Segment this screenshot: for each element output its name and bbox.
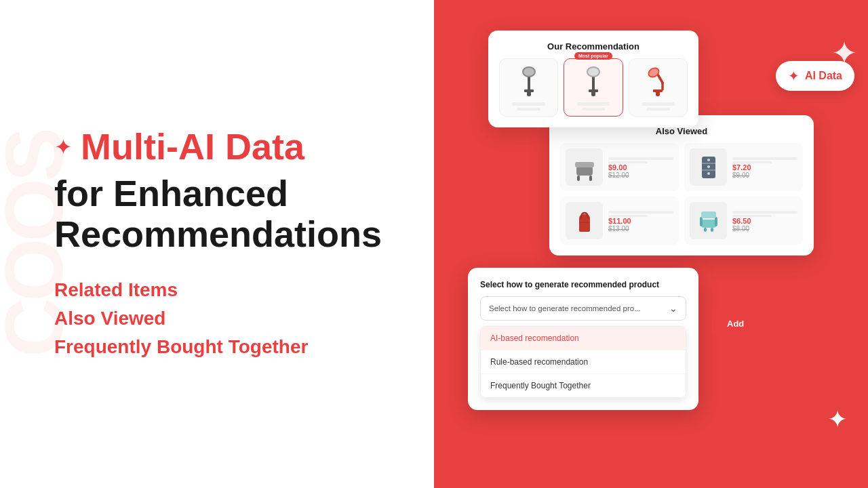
av-price-cabinet: $7.20 <box>732 163 797 171</box>
spark-icon: ✦ <box>54 134 73 160</box>
feature-item-1: Related Items <box>54 276 393 304</box>
svg-point-23 <box>707 159 710 161</box>
recommendation-card: Our Recommendation <box>488 30 698 127</box>
dropdown-option-rule[interactable]: Rule-based recomendation <box>481 350 686 374</box>
rec-item-1 <box>499 58 558 117</box>
av-price-armchair: $6.50 <box>732 217 797 225</box>
av-img-chair <box>566 148 603 186</box>
heading-row: ✦ Multi-AI Data <box>54 127 393 167</box>
av-img-armchair <box>690 202 727 239</box>
av-bar-bag-1 <box>608 211 673 214</box>
dropdown-label: Select how to generate recommended produ… <box>480 280 686 289</box>
chevron-down-icon: ⌄ <box>669 303 677 314</box>
av-price-chair: $9.00 <box>608 163 673 171</box>
av-img-bag <box>566 202 603 239</box>
dropdown-option-ai[interactable]: AI-based recomendation <box>481 327 686 350</box>
price-bar-short-1 <box>517 108 540 110</box>
av-item-info-chair: $9.00 $12.00 <box>608 155 673 179</box>
svg-rect-11 <box>653 89 663 92</box>
av-item-bag: $11.00 $13.00 <box>560 197 679 245</box>
lamp-icon-2 <box>576 64 610 98</box>
feature-item-3: Frequently Bought Together <box>54 333 393 361</box>
av-price-old-bag: $13.00 <box>608 225 673 232</box>
bottom-sparkle-icon: ✦ <box>827 405 848 434</box>
main-title-black: for Enhanced Recommendations <box>54 174 393 254</box>
add-button[interactable]: Add <box>712 312 759 336</box>
av-img-cabinet <box>690 148 727 186</box>
svg-rect-16 <box>576 166 593 176</box>
av-price-old-chair: $12.00 <box>608 171 673 179</box>
svg-rect-31 <box>704 228 707 232</box>
price-bar-3 <box>642 102 675 106</box>
svg-point-4 <box>524 68 534 76</box>
dropdown-panel: Select how to generate recommended produ… <box>468 268 698 410</box>
ai-bubble-text: AI Data <box>805 70 842 82</box>
dropdown-options: AI-based recomendation Rule-based recome… <box>480 326 686 398</box>
av-bar-armchair-1 <box>732 211 797 214</box>
svg-rect-17 <box>575 162 594 167</box>
dropdown-select[interactable]: Select how to generate recommended pro..… <box>480 296 686 321</box>
rec-item-3 <box>629 58 688 117</box>
page-wrapper: COOS ✦ Multi-AI Data for Enhanced Recomm… <box>0 0 868 488</box>
svg-rect-27 <box>701 220 716 228</box>
price-bar-2 <box>577 102 610 106</box>
also-viewed-card: Also Viewed $9.00 <box>549 115 814 256</box>
right-section: ✦ AI Data Our Recommendation <box>434 0 868 488</box>
av-item-armchair: $6.50 $8.00 <box>684 197 803 245</box>
av-item-info-bag: $11.00 $13.00 <box>608 209 673 232</box>
feature-list: Related Items Also Viewed Frequently Bou… <box>54 276 393 361</box>
av-item-chair: $9.00 $12.00 <box>560 143 679 191</box>
av-bar-chair-1 <box>608 157 673 160</box>
lamp-icon-3 <box>641 64 675 98</box>
feature-item-2: Also Viewed <box>54 304 393 333</box>
av-price-bag: $11.00 <box>608 217 673 225</box>
av-item-info-cabinet: $7.20 $9.00 <box>732 155 797 179</box>
price-bar-1 <box>512 102 545 106</box>
price-bar-short-3 <box>646 108 670 110</box>
svg-rect-30 <box>701 211 716 218</box>
main-title-colored: Multi-AI Data <box>81 127 304 167</box>
most-popular-badge: Most popular <box>574 52 612 60</box>
av-price-old-cabinet: $9.00 <box>732 171 797 179</box>
lamp-icon-1 <box>512 64 546 98</box>
svg-line-12 <box>658 75 663 83</box>
svg-point-9 <box>588 68 599 76</box>
svg-point-24 <box>707 165 710 168</box>
svg-rect-19 <box>589 176 592 181</box>
ai-bubble-spark: ✦ <box>788 68 800 84</box>
rec-items-row: Most popular <box>499 58 688 117</box>
svg-rect-32 <box>711 228 713 232</box>
rec-card-title: Our Recommendation <box>499 41 688 52</box>
rec-item-2: Most popular <box>564 58 623 117</box>
svg-point-25 <box>707 172 710 175</box>
dropdown-option-fbt[interactable]: Frequently Bought Together <box>481 374 686 397</box>
svg-rect-29 <box>715 217 717 226</box>
left-section: COOS ✦ Multi-AI Data for Enhanced Recomm… <box>0 0 434 488</box>
also-viewed-grid: $9.00 $12.00 <box>560 143 803 245</box>
also-viewed-title: Also Viewed <box>560 126 803 136</box>
svg-rect-28 <box>700 217 703 226</box>
av-bar-cabinet-1 <box>732 157 797 160</box>
ai-bubble: ✦ AI Data <box>776 61 854 91</box>
dropdown-placeholder: Select how to generate recommended pro..… <box>489 304 641 312</box>
svg-rect-18 <box>577 176 580 181</box>
av-price-old-armchair: $8.00 <box>732 225 797 232</box>
price-bar-short-2 <box>582 108 606 110</box>
av-item-cabinet: $7.20 $9.00 <box>684 143 803 191</box>
av-item-info-armchair: $6.50 $8.00 <box>732 209 797 232</box>
